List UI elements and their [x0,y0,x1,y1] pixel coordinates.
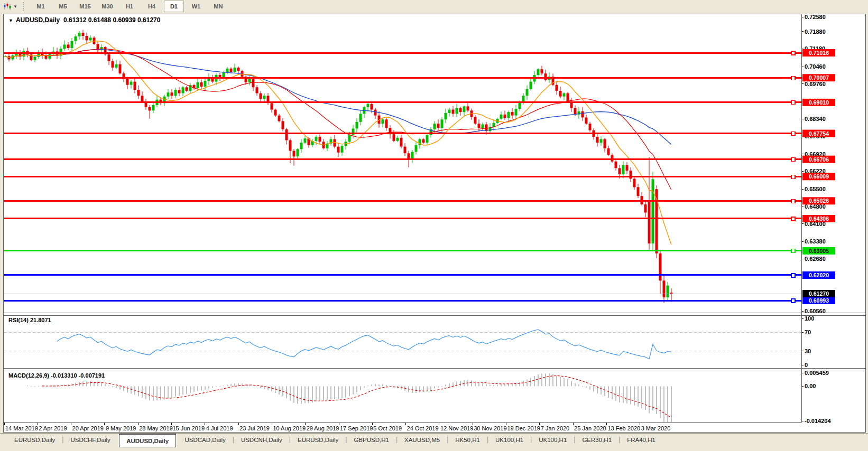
chart-tab-uk100-h1[interactable]: UK100,H1 [532,434,574,446]
chart-tabs-bar: EURUSD,Daily|USDCHF,Daily AUDUSD,Daily U… [0,433,868,451]
price-level-badge-label: 0.65026 [809,198,829,204]
date-label: 25 Jan 2020 [574,425,606,431]
date-label: 15 Jun 2019 [173,425,205,431]
level-drag-handle[interactable] [791,217,795,221]
price-level-badge-label: 0.70007 [809,74,829,81]
date-label: 7 Jan 2020 [541,425,569,431]
date-label: 23 Jul 2019 [239,425,270,431]
rsi-tick-label: 0 [805,362,808,368]
macd-tick-label: -0.014204 [805,418,831,424]
rsi-tick-label: 100 [805,315,814,322]
price-level-badge-label: 0.71016 [809,50,829,56]
chart-canvas[interactable]: 0.725800.718800.711800.704600.697600.683… [0,13,868,433]
date-label: 24 Oct 2019 [407,425,439,431]
current-price-badge-label: 0.61270 [809,290,829,297]
level-drag-handle[interactable] [791,158,795,162]
level-drag-handle[interactable] [791,76,795,80]
timeframe-button-H1[interactable]: H1 [119,1,140,12]
chart-tab-hk50-h1[interactable]: HK50,H1 [448,434,487,446]
mt4-terminal: ▼ M1M5M15M30H1H4D1W1MN 0.725800.718800.7… [0,0,868,451]
price-tick-label: 0.72580 [805,14,826,20]
level-drag-handle[interactable] [791,132,795,136]
timeframe-button-M5[interactable]: M5 [53,1,73,12]
candlestick-chart-icon [3,2,12,11]
chart-tab-xauusd-m5[interactable]: XAUUSD,M5 [398,434,447,446]
level-drag-handle[interactable] [791,299,795,303]
level-drag-handle[interactable] [791,199,795,203]
date-label: 29 Aug 2019 [307,425,339,431]
chart-tab-usdcad-daily[interactable]: USDCAD,Daily [178,434,232,446]
date-label: 19 Dec 2019 [507,425,540,431]
date-label: 17 Sep 2019 [340,425,373,431]
price-level-badge-label: 0.63005 [809,248,829,254]
chart-tools-button[interactable]: ▼ [0,0,20,13]
price-tick-label: 0.70460 [805,63,826,70]
timeframes-toolbar: ▼ M1M5M15M30H1H4D1W1MN [0,0,868,13]
price-level-badge-label: 0.67754 [809,130,829,137]
chart-tab-uk100-h1[interactable]: UK100,H1 [488,434,530,446]
chart-tab-fra40-h1[interactable]: FRA40,H1 [620,434,662,446]
price-tick-label: 0.65500 [805,186,826,192]
date-label: 30 Nov 2019 [474,425,506,431]
chart-window-frame [3,14,865,432]
chart-tab-audusd-daily[interactable]: AUDUSD,Daily [119,434,176,447]
macd-tick-label: 0.00 [805,383,816,389]
chart-window: 0.725800.718800.711800.704600.697600.683… [0,13,868,433]
level-drag-handle[interactable] [791,175,795,178]
chart-tab-usdcnh-daily[interactable]: USDCNH,Daily [234,434,289,446]
date-label: 2 Apr 2019 [39,425,67,431]
dropdown-caret-icon: ▼ [13,4,17,9]
chart-tab-usdchf-daily[interactable]: USDCHF,Daily [63,434,117,446]
date-label: 12 Nov 2019 [440,425,473,431]
timeframe-button-D1[interactable]: D1 [164,1,184,12]
timeframe-buttons: M1M5M15M30H1H4D1W1MN [30,1,229,12]
rsi-tick-label: 70 [805,329,811,335]
chart-tab-eurusd-daily[interactable]: EURUSD,Daily [291,434,345,446]
price-tick-label: 0.60560 [805,308,826,314]
date-label: 20 Apr 2019 [72,425,104,431]
timeframe-button-H4[interactable]: H4 [142,1,162,12]
price-level-badge-label: 0.66706 [809,156,829,163]
price-level-badge-label: 0.60993 [809,297,829,304]
price-level-badge-label: 0.66009 [809,173,829,180]
price-tick-label: 0.63380 [805,238,826,245]
date-label: 3 Mar 2020 [641,425,671,431]
level-drag-handle[interactable] [791,51,795,55]
timeframe-button-M30[interactable]: M30 [97,1,117,12]
date-label: 5 Oct 2019 [373,425,402,431]
toolbar-grip-handle[interactable] [23,2,25,11]
price-level-badge-label: 0.69010 [809,99,829,106]
level-drag-handle[interactable] [791,101,795,105]
price-level-badge-label: 0.62020 [809,272,829,278]
price-tick-label: 0.68340 [805,116,826,122]
timeframe-button-MN[interactable]: MN [208,1,228,12]
timeframe-button-W1[interactable]: W1 [186,1,206,12]
rsi-tick-label: 30 [805,348,811,354]
chart-tab-eurusd-daily[interactable]: EURUSD,Daily [7,434,62,446]
date-label: 9 May 2019 [106,425,136,431]
price-tick-label: 0.69760 [805,81,826,87]
date-label: 13 Feb 2020 [607,425,640,431]
price-tick-label: 0.71880 [805,29,826,35]
level-drag-handle[interactable] [791,249,795,253]
date-label: 28 May 2019 [139,425,173,431]
price-level-badge-label: 0.64306 [809,215,829,222]
chart-tab-ger30-h1[interactable]: GER30,H1 [575,434,618,446]
timeframe-button-M15[interactable]: M15 [75,1,95,12]
price-tick-label: 0.62680 [805,256,826,262]
level-drag-handle[interactable] [791,274,795,277]
date-label: 10 Aug 2019 [273,425,306,431]
date-label: 4 Jul 2019 [206,425,233,431]
chart-tab-gbpusd-h1[interactable]: GBPUSD,H1 [347,434,395,446]
timeframe-button-M1[interactable]: M1 [31,1,51,12]
date-label: 14 Mar 2019 [5,425,38,431]
